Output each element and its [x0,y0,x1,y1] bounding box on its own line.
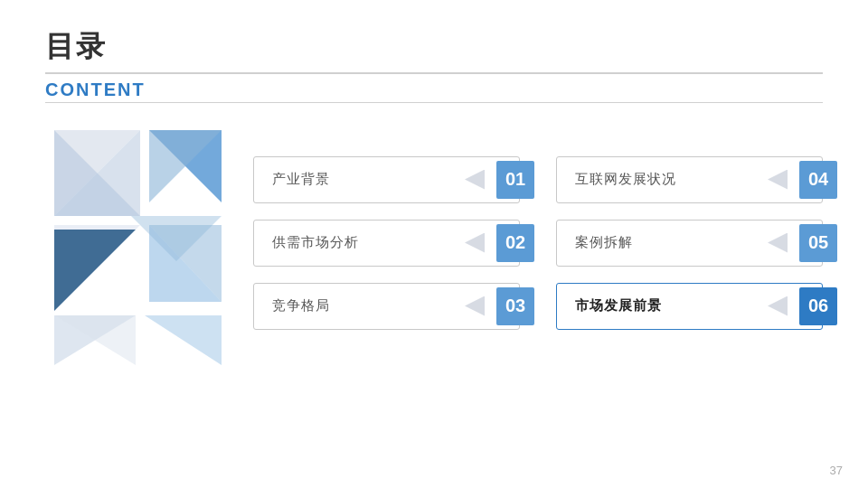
menu-number-6: 06 [799,287,837,325]
menu-item-2[interactable]: 互联网发展状况04 [556,156,823,203]
menu-label-1: 产业背景 [272,171,330,188]
svg-marker-11 [145,315,222,365]
menu-box-1: 产业背景 [253,156,520,203]
page-container: 目录 CONTENT [0,0,868,488]
deco-graphic [45,121,226,365]
sub-divider [45,102,823,103]
menu-number-1: 01 [496,161,534,199]
menu-label-4: 案例拆解 [575,234,633,251]
menu-box-2: 互联网发展状况 [556,156,823,203]
menu-number-2: 04 [799,161,837,199]
menu-label-3: 供需市场分析 [272,234,359,251]
menu-number-4: 05 [799,224,837,262]
menu-label-6: 市场发展前景 [575,297,662,314]
menu-box-4: 案例拆解 [556,220,823,267]
menu-item-3[interactable]: 供需市场分析02 [253,220,520,267]
menu-label-5: 竞争格局 [272,297,330,314]
menu-item-4[interactable]: 案例拆解05 [556,220,823,267]
menu-number-3: 02 [496,224,534,262]
content-area: 产业背景01互联网发展状况04供需市场分析02案例拆解05竞争格局03市场发展前… [45,121,823,365]
menu-label-2: 互联网发展状况 [575,171,676,188]
menu-item-1[interactable]: 产业背景01 [253,156,520,203]
menu-grid: 产业背景01互联网发展状况04供需市场分析02案例拆解05竞争格局03市场发展前… [244,156,823,330]
menu-box-3: 供需市场分析 [253,220,520,267]
sub-title: CONTENT [45,80,823,100]
menu-item-6[interactable]: 市场发展前景06 [556,283,823,330]
title-divider [45,72,823,74]
main-title: 目录 [45,27,823,67]
menu-number-5: 03 [496,287,534,325]
menu-box-5: 竞争格局 [253,283,520,330]
title-section: 目录 CONTENT [45,27,823,103]
menu-box-6: 市场发展前景 [556,283,823,330]
svg-marker-5 [54,230,136,311]
menu-item-5[interactable]: 竞争格局03 [253,283,520,330]
page-number: 37 [830,464,843,477]
